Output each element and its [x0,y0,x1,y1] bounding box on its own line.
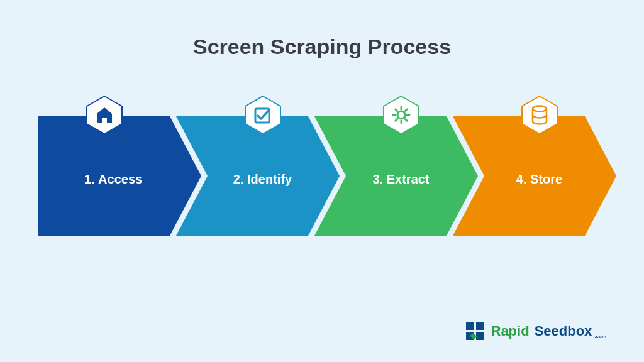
brand-logo: RapidSeedbox .com [465,321,607,342]
step-text: Access [98,172,142,187]
svg-line-12 [396,109,397,111]
step-number: 3. [372,172,383,187]
process-flow: 1. Access 2. Identify [38,116,616,236]
step-number: 2. [233,172,244,187]
logo-mark-icon [465,321,486,342]
logo-suffix: .com [594,334,606,339]
svg-rect-22 [476,332,484,340]
step-text: Identify [247,172,292,187]
process-step-access: 1. Access [38,116,201,236]
logo-text-rapid: Rapid [491,323,530,339]
logo-text-seedbox: Seedbox [535,323,592,339]
step-text: Store [530,172,562,187]
svg-rect-19 [466,322,474,330]
svg-rect-20 [476,322,484,330]
step-label: 1. Access [38,116,189,236]
svg-line-15 [405,109,407,111]
diagram-title: Screen Scraping Process [0,35,644,59]
step-text: Extract [387,172,430,187]
step-number: 1. [84,172,95,187]
step-number: 4. [516,172,527,187]
